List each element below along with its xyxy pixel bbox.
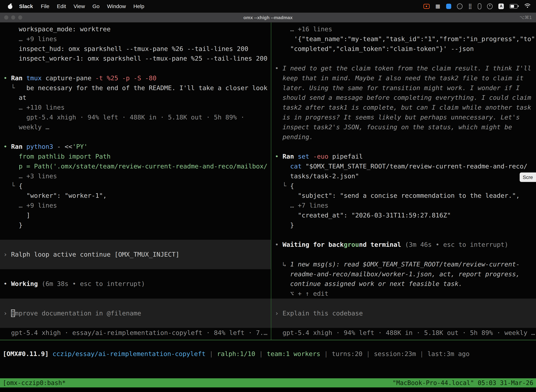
menu-status-icons: ▦ ⣿ A bbox=[423, 3, 536, 9]
battery-icon[interactable] bbox=[510, 4, 517, 9]
text-segment: inspect task2's JSON, focusing on the st… bbox=[275, 123, 512, 131]
text-segment: • bbox=[3, 280, 11, 288]
text-segment: › bbox=[275, 309, 282, 317]
terminal-line: "completed","claim_token":"claim-token"}… bbox=[271, 44, 536, 54]
terminal-line: • Working (6m 38s • esc to interrupt) bbox=[0, 279, 271, 289]
dark-app-icon[interactable] bbox=[457, 4, 463, 9]
text-segment: └ bbox=[3, 84, 26, 92]
terminal-line: gpt-5.4 xhigh · 94% left · 488K in · 5.1… bbox=[0, 112, 271, 122]
terminal-line: tasks/task-2.json" bbox=[271, 171, 536, 181]
text-segment: • bbox=[275, 65, 282, 72]
text-segment: • bbox=[275, 153, 282, 160]
menu-bar: SlackFileEditViewGoWindowHelp ▦ ⣿ A bbox=[0, 0, 536, 13]
blank-line bbox=[271, 142, 536, 152]
text-segment: | bbox=[416, 350, 427, 358]
text-segment: … +9 lines bbox=[3, 35, 57, 43]
tmux-host-clock: "MacBook-Pro-44.local" 05:03 31-Mar-26 bbox=[392, 378, 533, 387]
text-segment: … +9 lines bbox=[3, 202, 57, 209]
text-segment: | bbox=[321, 350, 332, 358]
terminal-line: ↳ 1 new msg(s): read $OMX_TEAM_STATE_ROO… bbox=[271, 259, 536, 269]
text-segment: "worker": "worker-1", bbox=[3, 192, 107, 199]
text-segment: … +16 lines bbox=[275, 25, 332, 33]
text-segment: 1 new msg(s): read $OMX_TEAM_STATE_ROOT/… bbox=[290, 261, 520, 268]
text-segment: be necessary for the end of the README. … bbox=[26, 84, 268, 92]
window-title-bar[interactable]: omx --xhigh --madmax ⌥⌘1 bbox=[0, 13, 536, 23]
input-source-icon[interactable]: A bbox=[498, 4, 504, 9]
terminal-line: is in progress? It seems likely but perh… bbox=[271, 112, 536, 122]
left-terminal-pane[interactable]: workspace_mode: worktree … +9 lines insp… bbox=[0, 23, 271, 340]
terminal-line: } bbox=[0, 220, 271, 230]
terminal-line: inspect_worker-1: omx sparkshell --tmux-… bbox=[0, 54, 271, 63]
terminal-line: at bbox=[0, 93, 271, 103]
text-segment: gpt-5.4 xhigh · essay/ai-reimplementatio… bbox=[3, 329, 267, 336]
text-segment: Ran bbox=[282, 153, 298, 160]
menu-item-window[interactable]: Window bbox=[103, 3, 129, 9]
text-segment: inspect_worker-1: omx sparkshell --tmux-… bbox=[3, 55, 267, 62]
wifi-icon[interactable] bbox=[524, 3, 531, 9]
capsule-icon[interactable] bbox=[478, 3, 481, 9]
terminal-line: task2 after task1 is complete, but can I… bbox=[271, 103, 536, 112]
screen-capture-tooltip[interactable]: Scre bbox=[520, 173, 536, 182]
blue-app-icon[interactable] bbox=[446, 4, 451, 9]
screen: SlackFileEditViewGoWindowHelp ▦ ⣿ A bbox=[0, 0, 536, 392]
terminal-line: › Ralph loop active continue [OMX_TMUX_I… bbox=[0, 240, 271, 259]
text-segment: … +3 lines bbox=[3, 172, 57, 180]
text-segment: - << bbox=[57, 143, 72, 150]
bottom-strip bbox=[0, 387, 536, 392]
text-segment: workspace_mode: worktree bbox=[3, 25, 110, 33]
text-segment: from pathlib import Path bbox=[3, 153, 110, 160]
text-segment: readme-and-reco/mailbox/worker-1.json, a… bbox=[275, 270, 520, 278]
menu-item-go[interactable]: Go bbox=[89, 3, 103, 9]
text-segment: › bbox=[3, 251, 11, 258]
terminal-line: • Ran set -euo pipefail bbox=[271, 152, 536, 161]
text-segment: (6m 38s • esc to interrupt) bbox=[42, 280, 145, 288]
terminal-line: └ { bbox=[0, 181, 271, 191]
terminal-line: … +7 lines bbox=[271, 201, 536, 210]
text-segment: (3m 46s • esc to interrupt) bbox=[405, 241, 508, 248]
terminal-line: • Ran python3 - <<'PY' bbox=[0, 142, 271, 152]
prompt-band: › Improve documentation in @filename bbox=[0, 299, 271, 328]
text-segment: • bbox=[3, 143, 11, 150]
menu-item-help[interactable]: Help bbox=[129, 3, 148, 9]
terminal-line: should send a message before completing … bbox=[271, 93, 536, 103]
tmux-status-bar: [omx-cczip0:bash* "MacBook-Pro-44.local"… bbox=[0, 378, 536, 387]
text-segment: mprove documentation in @filename bbox=[15, 309, 141, 317]
menu-item-file[interactable]: File bbox=[37, 3, 53, 9]
menu-item-edit[interactable]: Edit bbox=[53, 3, 70, 9]
text-segment: { bbox=[19, 182, 23, 190]
text-segment: keep that in mind. Maybe I also need the… bbox=[275, 74, 523, 82]
text-segment: python3 bbox=[26, 143, 57, 150]
gauge-icon[interactable] bbox=[487, 4, 493, 9]
text-segment: Working bbox=[11, 280, 42, 288]
menu-item-slack[interactable]: Slack bbox=[15, 3, 37, 9]
terminal-line: … +9 lines bbox=[0, 201, 271, 210]
terminal-line: └ { bbox=[271, 181, 536, 191]
text-segment: set bbox=[298, 153, 313, 160]
terminal-line: p = Path('.omx/state/team/review-current… bbox=[0, 161, 271, 171]
terminal-line: pending. bbox=[271, 132, 536, 142]
keyboard-icon[interactable]: ▦ bbox=[436, 4, 440, 9]
text-segment: { bbox=[290, 182, 294, 190]
text-segment: pipefail bbox=[332, 153, 363, 160]
text-segment: ↳ bbox=[275, 261, 290, 268]
terminal-line: keep that in mind. Maybe I also need the… bbox=[271, 73, 536, 83]
text-segment: p = Path('.omx/state/team/review-current… bbox=[3, 163, 267, 170]
omx-status-line: [OMX#0.11.9] cczip/essay/ai-reimplementa… bbox=[0, 349, 536, 359]
terminal-line: continue assigned work or next feasible … bbox=[271, 279, 536, 289]
dots-grid-icon[interactable]: ⣿ bbox=[468, 4, 472, 9]
apple-menu[interactable] bbox=[7, 3, 13, 9]
menu-item-view[interactable]: View bbox=[70, 3, 89, 9]
text-segment: … +110 lines bbox=[3, 104, 65, 111]
blank-line bbox=[0, 63, 271, 73]
text-segment: session:23m bbox=[374, 350, 416, 358]
text-segment: inspect_hud: omx sparkshell --tmux-pane … bbox=[3, 45, 248, 52]
terminal-line: • I need to get the claim token from the… bbox=[271, 63, 536, 73]
tmux-session-name: [omx-cczip0:bash* bbox=[3, 378, 66, 387]
right-terminal-pane[interactable]: … +16 lines '{"team_name":"my-team","tas… bbox=[271, 23, 536, 340]
text-segment: Waiting for back bbox=[282, 241, 344, 248]
screen-recording-indicator-icon[interactable] bbox=[423, 4, 430, 9]
terminal-line: … +3 lines bbox=[0, 171, 271, 181]
terminal-line: › Explain this codebase bbox=[271, 299, 536, 318]
text-segment: | bbox=[255, 350, 267, 358]
terminal-line: … +16 lines bbox=[271, 24, 536, 34]
